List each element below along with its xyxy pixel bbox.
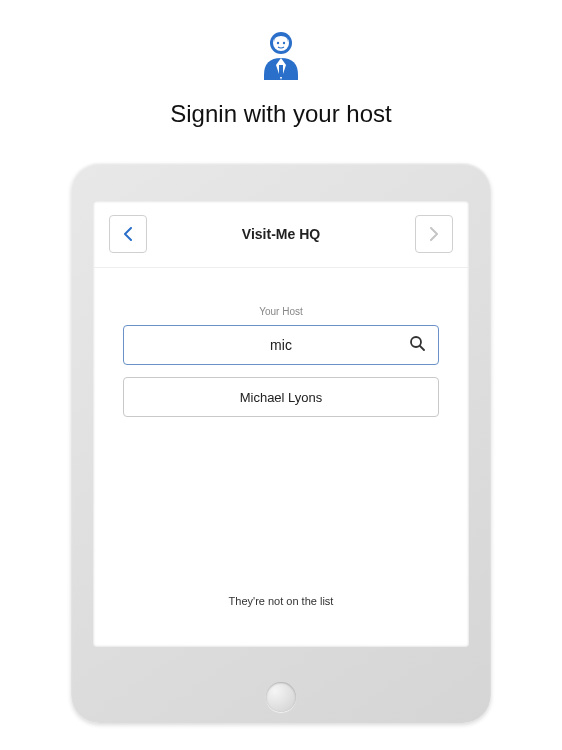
screen-title: Visit-Me HQ <box>242 226 320 242</box>
screen-header: Visit-Me HQ <box>93 201 469 268</box>
host-result-name: Michael Lyons <box>240 390 323 405</box>
host-search-input[interactable] <box>123 325 439 365</box>
chevron-right-icon <box>428 227 440 241</box>
forward-button[interactable] <box>415 215 453 253</box>
host-field-label: Your Host <box>259 306 303 317</box>
search-wrap <box>123 325 439 365</box>
svg-rect-4 <box>279 65 283 77</box>
screen-body: Your Host Michael Lyons They're not on t… <box>93 268 469 647</box>
tablet-screen: Visit-Me HQ Your Host Michael Lyon <box>93 201 469 647</box>
svg-point-2 <box>277 42 279 44</box>
svg-point-3 <box>283 42 285 44</box>
page-heading: Signin with your host <box>170 100 391 128</box>
tablet-home-button <box>266 682 296 712</box>
back-button[interactable] <box>109 215 147 253</box>
not-on-list-link[interactable]: They're not on the list <box>229 595 334 607</box>
host-avatar-icon <box>256 30 306 85</box>
chevron-left-icon <box>122 227 134 241</box>
tablet-frame: Visit-Me HQ Your Host Michael Lyon <box>71 163 491 723</box>
host-result-item[interactable]: Michael Lyons <box>123 377 439 417</box>
